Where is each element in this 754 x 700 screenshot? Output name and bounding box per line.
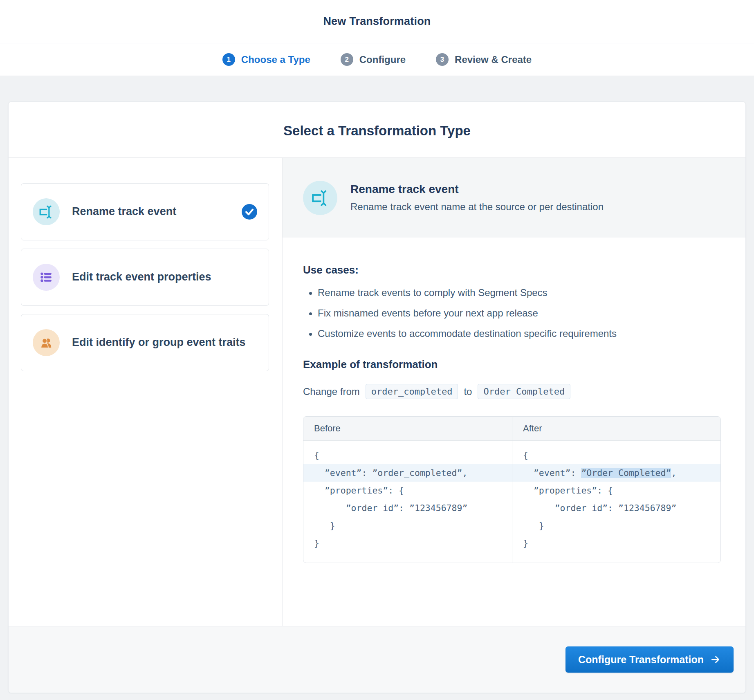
people-icon [33, 329, 60, 356]
selected-check-icon [242, 204, 257, 220]
option-panel: Rename track event [9, 158, 283, 626]
detail-description: Rename track event name at the source or… [350, 201, 604, 213]
configure-transformation-button[interactable]: Configure Transformation [566, 646, 734, 673]
code-line: { [303, 446, 512, 464]
change-to-pill: Order Completed [478, 384, 570, 399]
after-column: After { ”event”: ”Order Completed”, ”pro… [512, 417, 720, 563]
option-rename-track-event[interactable]: Rename track event [21, 183, 269, 240]
highlighted-value: ”Order Completed” [581, 468, 671, 478]
code-line-event: ”event”: ”Order Completed”, [512, 464, 720, 482]
step-3-badge: 3 [436, 53, 449, 66]
wizard-stepper: 1 Choose a Type 2 Configure 3 Review & C… [0, 43, 754, 76]
code-line: } [303, 517, 512, 534]
rename-icon [303, 181, 337, 215]
app-header: New Transformation [0, 0, 754, 43]
use-case-item: Customize events to accommodate destinat… [318, 328, 721, 339]
card-body: Rename track event [9, 158, 745, 626]
step-configure[interactable]: 2 Configure [341, 53, 406, 66]
detail-panel: Rename track event Rename track event na… [283, 158, 745, 626]
arrow-right-icon [710, 654, 721, 665]
card-title: Select a Transformation Type [9, 123, 745, 139]
use-cases-heading: Use cases: [303, 264, 721, 276]
step-1-label: Choose a Type [241, 54, 310, 65]
use-case-list: Rename track events to comply with Segme… [303, 287, 721, 339]
example-heading: Example of transformation [303, 358, 721, 371]
change-connector: to [464, 386, 472, 397]
after-code-block: { ”event”: ”Order Completed”, ”propertie… [512, 441, 720, 563]
step-1-badge: 1 [222, 53, 235, 66]
code-line: ”properties”: { [303, 482, 512, 499]
before-after-table: Before { ”event”: ”order_completed”, ”pr… [303, 416, 721, 563]
code-line: } [303, 534, 512, 552]
main-content: Select a Transformation Type Re [0, 76, 754, 693]
page-title: New Transformation [323, 15, 431, 28]
detail-content: Use cases: Rename track events to comply… [283, 238, 745, 579]
card-title-row: Select a Transformation Type [9, 102, 745, 158]
option-label: Edit identify or group event traits [72, 335, 246, 350]
step-2-label: Configure [359, 54, 406, 65]
after-column-header: After [512, 417, 720, 441]
before-code-block: { ”event”: ”order_completed”, ”propertie… [303, 441, 512, 563]
option-edit-identify-or-group-event-traits[interactable]: Edit identify or group event traits [21, 314, 269, 371]
detail-title: Rename track event [350, 183, 604, 196]
configure-transformation-label: Configure Transformation [578, 654, 704, 666]
use-case-item: Fix misnamed events before your next app… [318, 307, 721, 319]
code-line: ”properties”: { [512, 482, 720, 499]
code-line: ”order_id”: ”123456789” [303, 499, 512, 517]
change-prefix: Change from [303, 386, 360, 397]
code-line-event: ”event”: ”order_completed”, [303, 464, 512, 482]
detail-header-text: Rename track event Rename track event na… [350, 183, 604, 213]
step-choose-a-type[interactable]: 1 Choose a Type [222, 53, 310, 66]
option-edit-track-event-properties[interactable]: Edit track event properties [21, 249, 269, 306]
change-from-pill: order_completed [366, 384, 458, 399]
transformation-type-card: Select a Transformation Type Re [8, 101, 746, 693]
rename-icon [33, 198, 60, 225]
step-review-create[interactable]: 3 Review & Create [436, 53, 532, 66]
code-line: { [512, 446, 720, 464]
code-line: } [512, 517, 720, 534]
step-3-label: Review & Create [455, 54, 532, 65]
code-line: ”order_id”: ”123456789” [512, 499, 720, 517]
detail-header: Rename track event Rename track event na… [283, 158, 745, 238]
use-case-item: Rename track events to comply with Segme… [318, 287, 721, 298]
step-2-badge: 2 [341, 53, 353, 66]
code-line: } [512, 534, 720, 552]
option-label: Edit track event properties [72, 269, 211, 285]
change-example-row: Change from order_completed to Order Com… [303, 384, 721, 399]
before-column-header: Before [303, 417, 512, 441]
before-column: Before { ”event”: ”order_completed”, ”pr… [303, 417, 512, 563]
option-label: Rename track event [72, 204, 176, 220]
card-footer: Configure Transformation [9, 626, 745, 693]
list-icon [33, 264, 60, 291]
